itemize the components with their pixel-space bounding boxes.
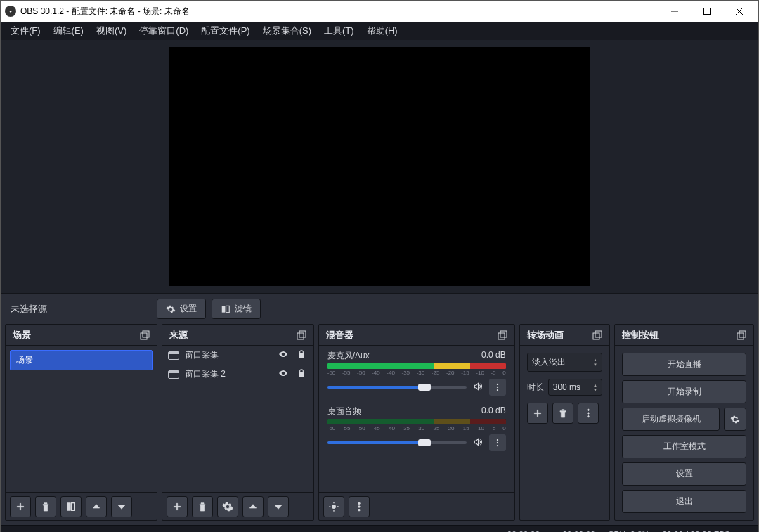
channel-name: 桌面音频 bbox=[327, 406, 361, 417]
source-move-down-button[interactable] bbox=[268, 496, 289, 517]
start-stream-button[interactable]: 开始直播 bbox=[622, 353, 746, 376]
gear-icon bbox=[730, 415, 740, 424]
rec-time: 00:00:00 bbox=[562, 530, 595, 533]
preview-area bbox=[1, 40, 758, 293]
controls-body: 开始直播 开始录制 启动虚拟摄像机 工作室模式 设置 退出 bbox=[615, 346, 753, 520]
virtual-cam-button[interactable]: 启动虚拟摄像机 bbox=[622, 408, 720, 431]
menu-help[interactable]: 帮助(H) bbox=[361, 23, 403, 39]
duration-input[interactable]: 300 ms ▲▼ bbox=[548, 379, 602, 396]
menu-file[interactable]: 文件(F) bbox=[5, 23, 46, 39]
settings-button[interactable]: 设置 bbox=[622, 462, 746, 486]
scenes-title: 场景 bbox=[13, 329, 31, 342]
studio-mode-button[interactable]: 工作室模式 bbox=[622, 435, 746, 458]
undock-icon[interactable] bbox=[140, 330, 150, 340]
scene-remove-button[interactable] bbox=[35, 496, 56, 517]
volume-slider[interactable] bbox=[327, 386, 467, 389]
scene-item[interactable]: 场景 bbox=[10, 350, 153, 370]
source-filter-button[interactable]: 滤镜 bbox=[212, 299, 261, 319]
mixer-menu-button[interactable] bbox=[349, 496, 370, 517]
svg-rect-6 bbox=[72, 502, 75, 510]
filter-icon bbox=[221, 304, 231, 314]
mixer-advanced-button[interactable] bbox=[323, 496, 344, 517]
visibility-toggle[interactable] bbox=[277, 368, 290, 380]
transitions-title: 转场动画 bbox=[527, 329, 564, 342]
maximize-button[interactable] bbox=[691, 1, 723, 22]
virtual-cam-settings-button[interactable] bbox=[724, 408, 746, 431]
stream-time-item: □ 00:00:00 bbox=[498, 530, 540, 533]
app-body: 文件(F) 编辑(E) 视图(V) 停靠窗口(D) 配置文件(P) 场景集合(S… bbox=[1, 22, 758, 532]
window-title: OBS 30.1.2 - 配置文件: 未命名 - 场景: 未命名 bbox=[20, 6, 659, 18]
source-properties-button[interactable] bbox=[217, 496, 238, 517]
source-item[interactable]: 窗口采集 bbox=[162, 346, 313, 365]
mute-toggle[interactable] bbox=[472, 437, 484, 449]
menu-docks[interactable]: 停靠窗口(D) bbox=[134, 23, 194, 39]
mixer-header: 混音器 bbox=[319, 325, 514, 346]
svg-rect-4 bbox=[143, 331, 149, 337]
transitions-body: 淡入淡出 ▲▼ 时长 300 ms ▲▼ bbox=[520, 346, 609, 431]
scene-move-down-button[interactable] bbox=[111, 496, 132, 517]
speaker-icon bbox=[473, 382, 483, 391]
undock-icon[interactable] bbox=[737, 330, 746, 340]
stream-square-icon: □ bbox=[498, 530, 502, 533]
transition-remove-button[interactable] bbox=[552, 403, 573, 424]
source-move-up-button[interactable] bbox=[242, 496, 264, 517]
lock-toggle[interactable] bbox=[295, 349, 308, 361]
menu-profiles[interactable]: 配置文件(P) bbox=[195, 23, 255, 39]
spinner-icon[interactable]: ▲▼ bbox=[593, 383, 597, 392]
undock-icon[interactable] bbox=[592, 330, 602, 340]
svg-point-16 bbox=[497, 445, 498, 446]
svg-rect-21 bbox=[595, 331, 602, 337]
undock-icon[interactable] bbox=[297, 330, 306, 340]
source-item[interactable]: 窗口采集 2 bbox=[162, 365, 313, 384]
scenes-list[interactable]: 场景 bbox=[6, 346, 157, 492]
sources-list[interactable]: 窗口采集 窗口采集 2 bbox=[162, 346, 313, 492]
menu-scene-collections[interactable]: 场景集合(S) bbox=[257, 23, 317, 39]
level-meter bbox=[327, 419, 506, 424]
menu-tools[interactable]: 工具(T) bbox=[318, 23, 360, 39]
transition-menu-button[interactable] bbox=[578, 403, 599, 424]
source-settings-label: 设置 bbox=[180, 303, 197, 315]
lock-toggle[interactable] bbox=[295, 368, 308, 380]
transitions-header: 转场动画 bbox=[520, 325, 609, 346]
start-record-button[interactable]: 开始录制 bbox=[622, 380, 746, 403]
svg-rect-8 bbox=[299, 331, 306, 337]
menu-view[interactable]: 视图(V) bbox=[91, 23, 132, 39]
scene-move-up-button[interactable] bbox=[86, 496, 107, 517]
source-remove-button[interactable] bbox=[192, 496, 213, 517]
source-add-button[interactable] bbox=[167, 496, 188, 517]
svg-rect-1 bbox=[222, 306, 226, 312]
close-button[interactable] bbox=[723, 1, 755, 22]
mute-toggle[interactable] bbox=[472, 382, 484, 394]
statusbar: □ 00:00:00 00:00:00 CPU: 0.3% 30.00 / 30… bbox=[1, 525, 758, 532]
transitions-dock: 转场动画 淡入淡出 ▲▼ 时长 300 ms ▲▼ bbox=[519, 324, 610, 521]
kebab-icon bbox=[493, 438, 502, 448]
channel-menu-button[interactable] bbox=[489, 379, 506, 396]
transition-add-button[interactable] bbox=[527, 403, 548, 424]
eye-icon bbox=[278, 368, 288, 378]
undock-icon[interactable] bbox=[498, 330, 507, 340]
docks-row: 场景 场景 bbox=[1, 324, 758, 525]
mixer-title: 混音器 bbox=[326, 329, 353, 342]
svg-point-15 bbox=[497, 442, 498, 443]
speaker-icon bbox=[473, 437, 483, 447]
channel-menu-button[interactable] bbox=[489, 434, 506, 451]
source-settings-button[interactable]: 设置 bbox=[157, 299, 206, 319]
svg-rect-0 bbox=[704, 8, 711, 15]
sources-title: 来源 bbox=[169, 329, 188, 342]
scene-filter-button[interactable] bbox=[60, 496, 82, 517]
menu-edit[interactable]: 编辑(E) bbox=[48, 23, 89, 39]
exit-button[interactable]: 退出 bbox=[622, 490, 746, 513]
scene-add-button[interactable] bbox=[10, 496, 31, 517]
preview-canvas[interactable] bbox=[169, 47, 590, 286]
stream-time: 00:00:00 bbox=[507, 530, 540, 533]
controls-dock: 控制按钮 开始直播 开始录制 启动虚拟摄像机 工作室模式 bbox=[614, 324, 754, 521]
sources-dock: 来源 窗口采集 bbox=[162, 324, 314, 521]
cpu-usage: CPU: 0.3% bbox=[608, 530, 649, 533]
transition-select[interactable]: 淡入淡出 ▲▼ bbox=[527, 353, 602, 372]
svg-rect-25 bbox=[737, 333, 744, 339]
visibility-toggle[interactable] bbox=[277, 349, 290, 361]
svg-rect-10 bbox=[500, 331, 507, 337]
minimize-button[interactable] bbox=[659, 1, 691, 22]
volume-slider[interactable] bbox=[327, 441, 467, 444]
channel-db: 0.0 dB bbox=[481, 350, 506, 362]
